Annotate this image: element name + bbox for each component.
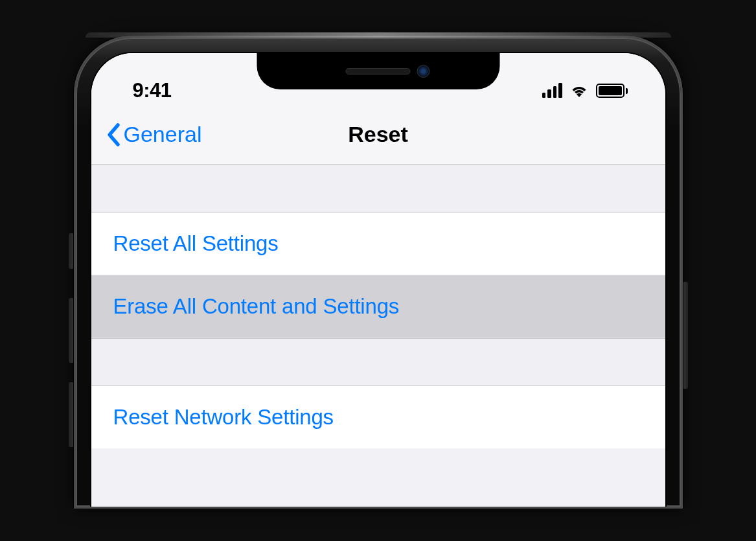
reset-network-settings-item[interactable]: Reset Network Settings xyxy=(91,386,665,448)
phone-device: 9:41 xyxy=(74,36,683,509)
phone-screen: 9:41 xyxy=(91,53,665,507)
mute-switch xyxy=(69,233,74,269)
page-title: Reset xyxy=(348,122,408,147)
cellular-signal-icon xyxy=(542,84,562,98)
back-button[interactable]: General xyxy=(106,122,202,147)
earpiece-speaker xyxy=(346,68,411,75)
power-button xyxy=(683,282,688,389)
erase-all-content-item[interactable]: Erase All Content and Settings xyxy=(91,275,665,338)
reset-all-settings-item[interactable]: Reset All Settings xyxy=(91,213,665,275)
battery-icon xyxy=(596,84,628,98)
section-spacer xyxy=(91,338,665,386)
back-button-label: General xyxy=(124,122,202,147)
status-time: 9:41 xyxy=(122,79,172,102)
front-camera xyxy=(417,65,430,78)
settings-content: Reset All Settings Erase All Content and… xyxy=(91,165,665,448)
phone-bezel: 9:41 xyxy=(74,36,683,509)
chevron-left-icon xyxy=(106,122,121,147)
wifi-icon xyxy=(569,84,589,98)
volume-down-button xyxy=(69,382,74,447)
volume-up-button xyxy=(69,298,74,363)
display-notch xyxy=(257,53,499,89)
section-spacer xyxy=(91,165,665,213)
navigation-bar: General Reset xyxy=(91,110,665,165)
